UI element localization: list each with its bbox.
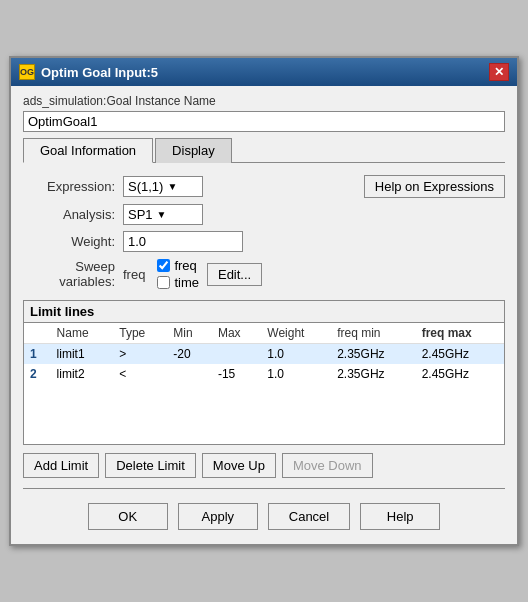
row2-name: limit2	[51, 364, 114, 384]
freq-label: freq	[174, 258, 196, 273]
row1-min: -20	[167, 344, 212, 365]
dialog-icon: OG	[19, 64, 35, 80]
analysis-value: SP1	[128, 207, 153, 222]
empty-row	[24, 384, 504, 444]
row1-freq-min: 2.35GHz	[331, 344, 415, 365]
dialog-body: ads_simulation:Goal Instance Name Goal I…	[11, 86, 517, 544]
analysis-label: Analysis:	[23, 207, 123, 222]
dialog-window: OG Optim Goal Input:5 ✕ ads_simulation:G…	[9, 56, 519, 546]
bottom-buttons: OK Apply Cancel Help	[23, 495, 505, 536]
col-weight-header: Weight	[261, 323, 331, 344]
row1-name: limit1	[51, 344, 114, 365]
analysis-row: Analysis: SP1 ▼	[23, 204, 505, 225]
analysis-dropdown-arrow: ▼	[157, 209, 167, 220]
row1-num: 1	[24, 344, 51, 365]
weight-input[interactable]	[123, 231, 243, 252]
time-checkbox[interactable]	[157, 276, 170, 289]
limit-lines-section: Limit lines Name Type Min Max Weight fre…	[23, 300, 505, 445]
limit-lines-header: Limit lines	[24, 301, 504, 323]
move-down-button[interactable]: Move Down	[282, 453, 373, 478]
checkbox-group: freq time	[157, 258, 199, 290]
time-checkbox-item: time	[157, 275, 199, 290]
tabs-container: Goal Information Display	[23, 138, 505, 163]
expression-dropdown-arrow: ▼	[167, 181, 177, 192]
limit-lines-table: Name Type Min Max Weight freq min freq m…	[24, 323, 504, 444]
add-limit-button[interactable]: Add Limit	[23, 453, 99, 478]
edit-button[interactable]: Edit...	[207, 263, 262, 286]
freq-checkbox-item: freq	[157, 258, 199, 273]
row2-type: <	[113, 364, 167, 384]
dialog-title: Optim Goal Input:5	[41, 65, 158, 80]
title-bar-left: OG Optim Goal Input:5	[19, 64, 158, 80]
table-row[interactable]: 2 limit2 < -15 1.0 2.35GHz 2.45GHz	[24, 364, 504, 384]
col-freq-max-header: freq max	[416, 323, 504, 344]
action-buttons: Add Limit Delete Limit Move Up Move Down	[23, 453, 505, 478]
expression-row: Expression: S(1,1) ▼ Help on Expressions	[23, 175, 505, 198]
row2-num: 2	[24, 364, 51, 384]
row2-weight: 1.0	[261, 364, 331, 384]
help-expressions-button[interactable]: Help on Expressions	[364, 175, 505, 198]
apply-button[interactable]: Apply	[178, 503, 258, 530]
weight-row: Weight:	[23, 231, 505, 252]
table-header-row: Name Type Min Max Weight freq min freq m…	[24, 323, 504, 344]
row2-min	[167, 364, 212, 384]
delete-limit-button[interactable]: Delete Limit	[105, 453, 196, 478]
row2-freq-max: 2.45GHz	[416, 364, 504, 384]
row2-freq-min: 2.35GHz	[331, 364, 415, 384]
expression-value: S(1,1)	[128, 179, 163, 194]
row2-max: -15	[212, 364, 261, 384]
row1-max	[212, 344, 261, 365]
expression-label: Expression:	[23, 179, 123, 194]
freq-checkbox[interactable]	[157, 259, 170, 272]
col-type-header: Type	[113, 323, 167, 344]
sweep-label: Sweepvariables:	[23, 259, 123, 289]
help-button[interactable]: Help	[360, 503, 440, 530]
expression-dropdown[interactable]: S(1,1) ▼	[123, 176, 203, 197]
tab-display[interactable]: Display	[155, 138, 232, 163]
time-label: time	[174, 275, 199, 290]
form-area: Expression: S(1,1) ▼ Help on Expressions…	[23, 171, 505, 300]
instance-name-input[interactable]	[23, 111, 505, 132]
move-up-button[interactable]: Move Up	[202, 453, 276, 478]
col-max-header: Max	[212, 323, 261, 344]
analysis-dropdown[interactable]: SP1 ▼	[123, 204, 203, 225]
title-bar: OG Optim Goal Input:5 ✕	[11, 58, 517, 86]
col-num-header	[24, 323, 51, 344]
col-min-header: Min	[167, 323, 212, 344]
close-button[interactable]: ✕	[489, 63, 509, 81]
tab-goal-information[interactable]: Goal Information	[23, 138, 153, 163]
weight-label: Weight:	[23, 234, 123, 249]
col-freq-min-header: freq min	[331, 323, 415, 344]
sweep-value: freq	[123, 267, 145, 282]
divider	[23, 488, 505, 489]
row1-type: >	[113, 344, 167, 365]
table-row[interactable]: 1 limit1 > -20 1.0 2.35GHz 2.45GHz	[24, 344, 504, 365]
instance-label: ads_simulation:Goal Instance Name	[23, 94, 505, 108]
row1-freq-max: 2.45GHz	[416, 344, 504, 365]
ok-button[interactable]: OK	[88, 503, 168, 530]
cancel-button[interactable]: Cancel	[268, 503, 350, 530]
row1-weight: 1.0	[261, 344, 331, 365]
col-name-header: Name	[51, 323, 114, 344]
sweep-row: Sweepvariables: freq freq time Edit...	[23, 258, 505, 290]
